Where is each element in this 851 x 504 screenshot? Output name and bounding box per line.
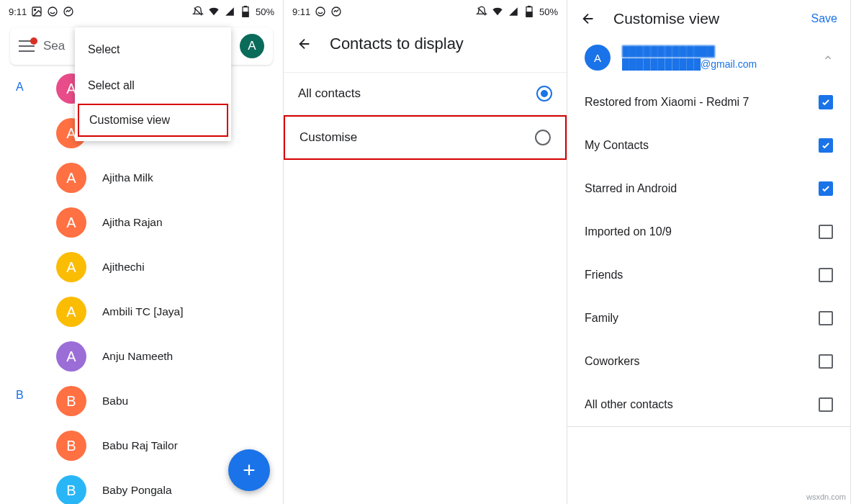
messenger-icon: [330, 6, 342, 17]
status-battery: 50%: [539, 6, 558, 17]
hamburger-icon[interactable]: [19, 40, 35, 52]
group-label: All other contacts: [585, 398, 673, 411]
contact-row[interactable]: AAjitha Rajan: [0, 200, 283, 245]
group-row[interactable]: All other contacts: [567, 383, 850, 426]
account-info: █████████████ ███████████@gmail.com: [622, 45, 811, 71]
whatsapp-icon: [315, 6, 326, 17]
signal-icon: [508, 6, 519, 17]
image-icon: [31, 6, 42, 17]
option-customise[interactable]: Customise: [284, 115, 567, 160]
menu-select-all[interactable]: Select all: [75, 68, 231, 104]
svg-rect-11: [528, 6, 530, 7]
section-header-b: B: [16, 389, 24, 402]
contact-row[interactable]: AAjitha Milk: [0, 156, 283, 200]
radio-icon: [536, 86, 552, 102]
account-email: ███████████@gmail.com: [622, 58, 811, 71]
svg-rect-10: [526, 12, 532, 17]
group-row[interactable]: My Contacts: [567, 124, 850, 167]
group-row[interactable]: Imported on 10/9: [567, 210, 850, 253]
contact-avatar: A: [56, 341, 86, 372]
status-bar: 9:11 50%: [0, 0, 283, 23]
watermark: wsxdn.com: [806, 492, 846, 501]
contact-avatar: A: [56, 163, 86, 193]
add-contact-fab[interactable]: +: [228, 449, 270, 491]
checkbox-checked-icon[interactable]: [819, 181, 833, 196]
whatsapp-icon: [47, 6, 58, 17]
menu-select[interactable]: Select: [75, 32, 231, 68]
contact-name: Anju Nameeth: [102, 350, 173, 363]
contact-name: Babu Raj Tailor: [102, 439, 178, 452]
checkbox-unchecked-icon[interactable]: [819, 397, 833, 412]
svg-rect-6: [244, 6, 246, 7]
battery-icon: [523, 6, 535, 17]
battery-icon: [240, 6, 251, 17]
group-row[interactable]: Coworkers: [567, 340, 850, 383]
svg-point-1: [35, 9, 36, 11]
section-header-a: A: [16, 81, 24, 94]
save-button[interactable]: Save: [811, 12, 837, 25]
profile-avatar[interactable]: A: [240, 34, 264, 58]
option-label: Customise: [300, 130, 357, 145]
contact-row[interactable]: AAjithechi: [0, 245, 283, 289]
contact-avatar: A: [56, 297, 86, 327]
svg-point-7: [316, 7, 325, 16]
notification-dot-icon: [30, 37, 37, 45]
group-row[interactable]: Friends: [567, 253, 850, 297]
contact-row[interactable]: BBabu: [0, 379, 283, 423]
group-label: Imported on 10/9: [585, 225, 672, 238]
panel-customise-view: Customise view Save A █████████████ ████…: [567, 0, 851, 504]
wifi-icon: [208, 6, 220, 17]
checkbox-checked-icon[interactable]: [819, 95, 833, 109]
checkbox-unchecked-icon[interactable]: [819, 268, 833, 282]
option-all-contacts[interactable]: All contacts: [284, 72, 567, 115]
contact-name: Ajithechi: [102, 261, 145, 274]
page-title: Customise view: [613, 10, 719, 27]
group-label: My Contacts: [585, 139, 649, 152]
contact-avatar: A: [56, 252, 86, 282]
overflow-menu: Select Select all Customise view: [75, 27, 231, 141]
signal-icon: [224, 6, 235, 17]
group-row[interactable]: Restored from Xiaomi - Redmi 7: [567, 81, 850, 124]
panel-contacts-list: 9:11 50%: [0, 0, 284, 504]
contact-avatar: B: [56, 386, 86, 416]
status-bar: 9:11 50%: [284, 0, 567, 23]
screen-header: Contacts to display: [284, 23, 567, 65]
group-label: Coworkers: [585, 355, 639, 368]
contact-name: Ambili TC [Jaya]: [102, 305, 184, 318]
account-name: █████████████: [622, 45, 811, 58]
account-row[interactable]: A █████████████ ███████████@gmail.com: [567, 35, 850, 81]
group-label: Family: [585, 312, 618, 325]
checkbox-checked-icon[interactable]: [819, 138, 833, 153]
page-title: Contacts to display: [330, 35, 464, 53]
checkbox-unchecked-icon[interactable]: [819, 354, 833, 369]
contact-name: Ajitha Milk: [102, 171, 153, 184]
contact-name: Ajitha Rajan: [102, 216, 163, 229]
contact-row[interactable]: AAmbili TC [Jaya]: [0, 289, 283, 334]
account-avatar: A: [585, 45, 611, 71]
group-list: Restored from Xiaomi - Redmi 7My Contact…: [567, 81, 850, 427]
group-row[interactable]: Family: [567, 297, 850, 340]
group-row[interactable]: Starred in Android: [567, 167, 850, 210]
status-battery: 50%: [256, 6, 274, 17]
group-label: Starred in Android: [585, 182, 677, 195]
contact-avatar: B: [56, 475, 86, 504]
contact-name: Baby Pongala: [102, 484, 172, 497]
panel-contacts-to-display: 9:11 50% Co: [284, 0, 567, 504]
messenger-icon: [63, 6, 74, 17]
contact-row[interactable]: AAnju Nameeth: [0, 334, 283, 379]
checkbox-unchecked-icon[interactable]: [819, 311, 833, 325]
back-arrow-icon[interactable]: [297, 36, 312, 52]
status-time: 9:11: [292, 6, 310, 17]
radio-icon: [535, 130, 551, 145]
svg-rect-5: [243, 12, 248, 17]
checkbox-unchecked-icon[interactable]: [819, 225, 833, 239]
contact-name: Babu: [102, 395, 128, 408]
dnd-icon: [192, 6, 204, 17]
wifi-icon: [492, 6, 503, 17]
contact-avatar: A: [56, 207, 86, 238]
group-label: Friends: [585, 269, 623, 282]
option-label: All contacts: [298, 86, 361, 101]
menu-customise-view[interactable]: Customise view: [78, 104, 228, 137]
screen-header: Customise view Save: [567, 0, 850, 35]
back-arrow-icon[interactable]: [580, 11, 596, 27]
